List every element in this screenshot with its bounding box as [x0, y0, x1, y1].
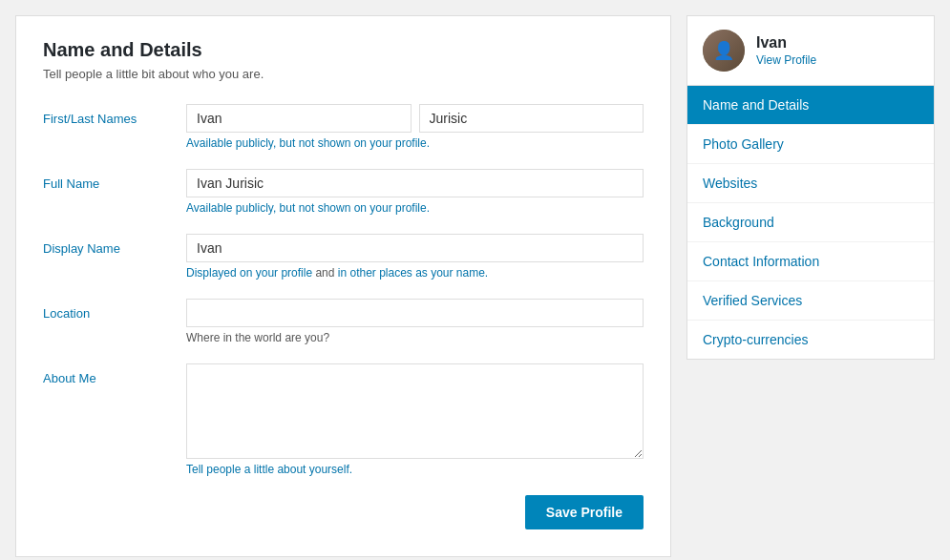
- save-profile-button[interactable]: Save Profile: [525, 495, 644, 529]
- sidebar-nav-item[interactable]: Background: [687, 203, 934, 242]
- sidebar-nav-item[interactable]: Websites: [687, 164, 934, 203]
- profile-info: Ivan View Profile: [756, 34, 816, 67]
- about-me-fields: Tell people a little about yourself.: [186, 363, 644, 476]
- display-name-input[interactable]: [186, 234, 644, 262]
- location-hint: Where in the world are you?: [186, 331, 644, 344]
- main-form-panel: Name and Details Tell people a little bi…: [15, 15, 671, 557]
- sidebar-nav-item[interactable]: Photo Gallery: [687, 125, 934, 164]
- first-name-input[interactable]: [186, 104, 412, 133]
- first-last-label: First/Last Names: [43, 104, 186, 126]
- save-row: Save Profile: [43, 495, 644, 529]
- name-inputs-row: [186, 104, 644, 133]
- panel-subtitle: Tell people a little bit about who you a…: [43, 67, 644, 81]
- first-last-fields: Available publicly, but not shown on you…: [186, 104, 644, 150]
- about-me-label: About Me: [43, 363, 186, 385]
- first-last-names-row: First/Last Names Available publicly, but…: [43, 104, 644, 150]
- first-last-hint: Available publicly, but not shown on you…: [186, 136, 644, 150]
- location-label: Location: [43, 299, 186, 321]
- sidebar-nav-item[interactable]: Name and Details: [687, 86, 934, 125]
- display-name-row: Display Name Displayed on your profile a…: [43, 234, 644, 280]
- about-me-row: About Me Tell people a little about your…: [43, 363, 644, 476]
- display-name-hint-and: and: [315, 266, 337, 280]
- full-name-fields: Available publicly, but not shown on you…: [186, 169, 644, 215]
- display-name-hint-part1: Displayed on your profile: [186, 266, 312, 280]
- location-row: Location Where in the world are you?: [43, 299, 644, 344]
- display-name-hint: Displayed on your profile and in other p…: [186, 266, 644, 280]
- sidebar-nav-item[interactable]: Verified Services: [687, 281, 934, 321]
- sidebar: 👤 Ivan View Profile Name and DetailsPhot…: [686, 15, 935, 557]
- about-me-input[interactable]: [186, 363, 644, 459]
- full-name-input[interactable]: [186, 169, 644, 197]
- location-fields: Where in the world are you?: [186, 299, 644, 344]
- display-name-fields: Displayed on your profile and in other p…: [186, 234, 644, 280]
- sidebar-username: Ivan: [756, 34, 816, 52]
- sidebar-nav-item[interactable]: Contact Information: [687, 242, 934, 281]
- sidebar-nav-item[interactable]: Crypto-currencies: [687, 321, 934, 359]
- full-name-label: Full Name: [43, 169, 186, 191]
- avatar-image: 👤: [703, 30, 745, 72]
- display-name-hint-part3: in other places as your name.: [338, 266, 488, 280]
- about-me-hint: Tell people a little about yourself.: [186, 463, 644, 476]
- full-name-row: Full Name Available publicly, but not sh…: [43, 169, 644, 215]
- full-name-hint: Available publicly, but not shown on you…: [186, 201, 644, 215]
- last-name-input[interactable]: [419, 104, 644, 133]
- sidebar-nav: Name and DetailsPhoto GalleryWebsitesBac…: [686, 86, 935, 360]
- panel-title: Name and Details: [43, 39, 644, 61]
- sidebar-profile-section: 👤 Ivan View Profile: [686, 15, 935, 86]
- location-input[interactable]: [186, 299, 644, 327]
- avatar: 👤: [703, 30, 745, 72]
- view-profile-link[interactable]: View Profile: [756, 53, 816, 67]
- display-name-label: Display Name: [43, 234, 186, 256]
